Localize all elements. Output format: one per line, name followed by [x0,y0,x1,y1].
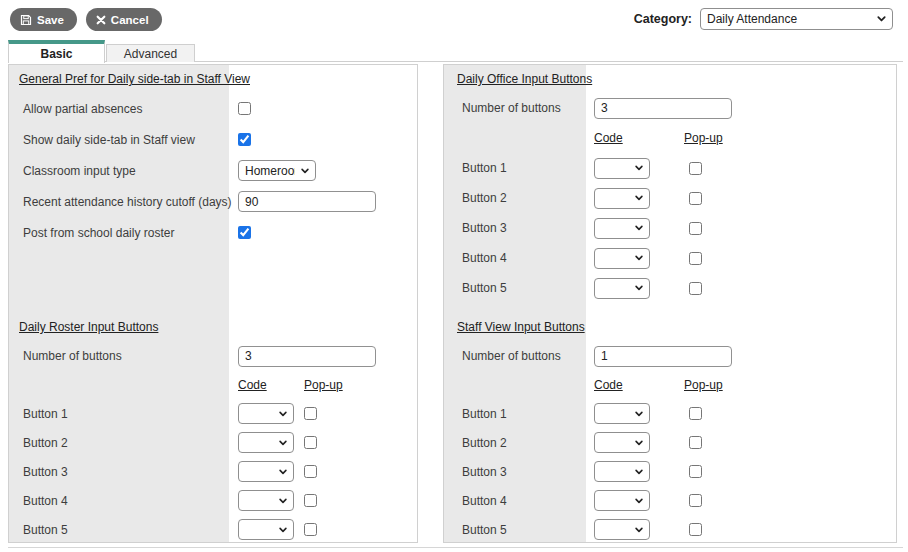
field-row-classroom-input-type: Classroom input type Homeroom [9,155,417,186]
daily-office-button2-code-select[interactable] [594,188,650,209]
daily-office-button5-popup-checkbox[interactable] [689,282,702,295]
section-title-general-pref: General Pref for Daily side-tab in Staff… [9,65,417,93]
button-row-3: Button 3 [9,457,417,486]
button-row-4: Button 4 [444,243,896,273]
button-row-2: Button 2 [444,183,896,213]
staff-view-button5-code-select[interactable] [594,519,650,540]
staff-view-button3-popup-checkbox[interactable] [689,465,702,478]
daily-office-number-of-buttons-input[interactable] [594,98,732,119]
field-label: Number of buttons [444,101,594,115]
field-label: Recent attendance history cutoff (days) [9,195,238,209]
save-button-label: Save [37,14,64,26]
right-panel: Daily Office Input Buttons Number of but… [443,64,897,543]
field-row-show-daily-side-tab: Show daily side-tab in Staff view [9,124,417,155]
category-select-wrap: Daily Attendance [700,8,893,30]
daily-roster-button5-code-select[interactable] [238,519,294,540]
category-select[interactable]: Daily Attendance [700,8,893,30]
popup-column-header: Pop-up [684,378,723,392]
button-row-label: Button 4 [444,251,594,265]
column-header-row: Code Pop-up [444,123,896,153]
button-row-label: Button 1 [9,407,238,421]
category-label: Category: [634,12,692,26]
daily-roster-button4-code-select[interactable] [238,490,294,511]
daily-roster-button2-code-select[interactable] [238,432,294,453]
column-header-row: Code Pop-up [444,371,896,399]
daily-office-button3-popup-checkbox[interactable] [689,222,702,235]
tab-advanced[interactable]: Advanced [106,44,195,62]
x-icon [96,15,106,25]
section-spacer [444,303,896,313]
button-row-4: Button 4 [9,486,417,515]
classroom-input-type-select[interactable]: Homeroom [238,160,316,181]
button-row-1: Button 1 [444,399,896,428]
button-row-2: Button 2 [9,428,417,457]
daily-office-button3-code-select[interactable] [594,218,650,239]
code-column-header: Code [238,378,267,392]
daily-office-button1-code-select[interactable] [594,158,650,179]
staff-view-button1-popup-checkbox[interactable] [689,407,702,420]
code-column-header: Code [594,131,623,145]
post-from-roster-checkbox[interactable] [238,226,251,239]
popup-column-header: Pop-up [684,131,723,145]
cancel-button[interactable]: Cancel [86,8,162,31]
daily-roster-button3-popup-checkbox[interactable] [304,465,317,478]
daily-office-button4-popup-checkbox[interactable] [689,252,702,265]
save-icon [20,14,32,26]
staff-view-number-of-buttons-input[interactable] [594,346,732,367]
save-button[interactable]: Save [10,8,77,31]
section-spacer [9,248,417,313]
field-label: Number of buttons [444,349,594,363]
staff-view-button1-code-select[interactable] [594,403,650,424]
daily-office-button2-popup-checkbox[interactable] [689,192,702,205]
daily-roster-button1-popup-checkbox[interactable] [304,407,317,420]
daily-office-button1-popup-checkbox[interactable] [689,162,702,175]
staff-view-button2-code-select[interactable] [594,432,650,453]
category-group: Category: Daily Attendance [634,8,893,30]
classroom-input-type-select-wrap: Homeroom [238,160,316,181]
left-panel: General Pref for Daily side-tab in Staff… [8,64,418,543]
daily-office-button4-code-select[interactable] [594,248,650,269]
toolbar: Save Cancel [10,8,162,31]
button-row-label: Button 5 [444,523,594,537]
staff-view-button2-popup-checkbox[interactable] [689,436,702,449]
button-row-1: Button 1 [9,399,417,428]
button-row-1: Button 1 [444,153,896,183]
field-label: Number of buttons [9,349,238,363]
button-row-label: Button 5 [444,281,594,295]
staff-view-button4-popup-checkbox[interactable] [689,494,702,507]
field-row-history-cutoff: Recent attendance history cutoff (days) [9,186,417,217]
daily-roster-number-of-buttons-input[interactable] [238,346,376,367]
section-title-daily-roster: Daily Roster Input Buttons [9,313,417,341]
daily-office-button5-code-select[interactable] [594,278,650,299]
section-title-staff-view: Staff View Input Buttons [444,313,896,341]
daily-roster-button4-popup-checkbox[interactable] [304,494,317,507]
allow-partial-absences-checkbox[interactable] [238,102,251,115]
daily-roster-button3-code-select[interactable] [238,461,294,482]
staff-view-button3-code-select[interactable] [594,461,650,482]
daily-roster-button5-popup-checkbox[interactable] [304,523,317,536]
tab-basic-label: Basic [40,47,72,61]
tab-basic[interactable]: Basic [8,40,105,63]
history-cutoff-input[interactable] [238,191,376,212]
button-row-label: Button 4 [9,494,238,508]
button-row-label: Button 4 [444,494,594,508]
show-daily-side-tab-checkbox[interactable] [238,133,251,146]
button-row-label: Button 3 [444,221,594,235]
daily-roster-button1-code-select[interactable] [238,403,294,424]
daily-roster-button2-popup-checkbox[interactable] [304,436,317,449]
button-row-label: Button 2 [9,436,238,450]
field-label: Allow partial absences [9,102,238,116]
field-row-number-of-buttons: Number of buttons [9,341,417,371]
button-row-label: Button 3 [9,465,238,479]
cancel-button-label: Cancel [111,14,149,26]
button-row-label: Button 1 [444,161,594,175]
staff-view-button4-code-select[interactable] [594,490,650,511]
button-row-5: Button 5 [444,515,896,544]
field-row-allow-partial-absences: Allow partial absences [9,93,417,124]
button-row-label: Button 2 [444,436,594,450]
button-row-3: Button 3 [444,457,896,486]
button-row-label: Button 1 [444,407,594,421]
popup-column-header: Pop-up [304,378,343,392]
staff-view-button5-popup-checkbox[interactable] [689,523,702,536]
button-row-4: Button 4 [444,486,896,515]
